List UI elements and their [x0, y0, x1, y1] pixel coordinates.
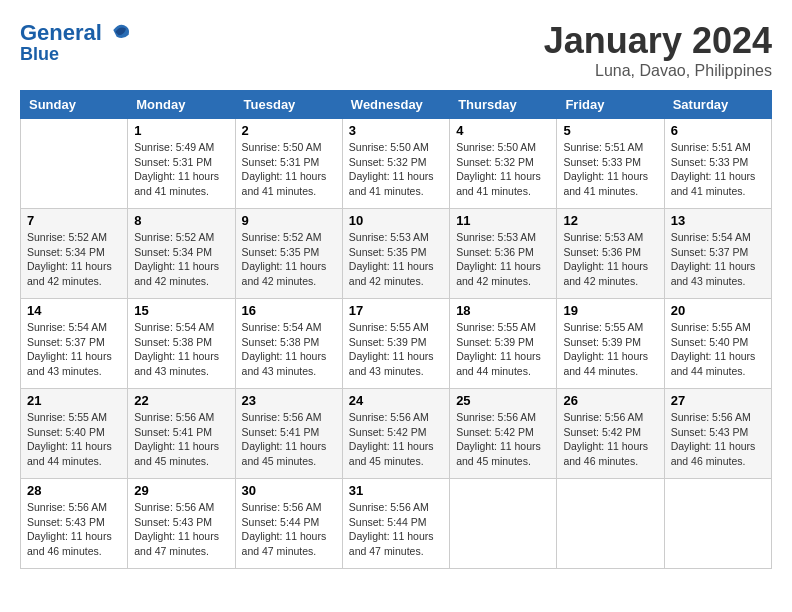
table-row: 25Sunrise: 5:56 AM Sunset: 5:42 PM Dayli… — [450, 389, 557, 479]
day-number: 5 — [563, 123, 657, 138]
day-info: Sunrise: 5:53 AM Sunset: 5:36 PM Dayligh… — [456, 230, 550, 289]
day-info: Sunrise: 5:54 AM Sunset: 5:37 PM Dayligh… — [671, 230, 765, 289]
day-info: Sunrise: 5:50 AM Sunset: 5:31 PM Dayligh… — [242, 140, 336, 199]
day-info: Sunrise: 5:51 AM Sunset: 5:33 PM Dayligh… — [671, 140, 765, 199]
table-row: 28Sunrise: 5:56 AM Sunset: 5:43 PM Dayli… — [21, 479, 128, 569]
table-row — [21, 119, 128, 209]
table-row: 23Sunrise: 5:56 AM Sunset: 5:41 PM Dayli… — [235, 389, 342, 479]
col-wednesday: Wednesday — [342, 91, 449, 119]
title-block: January 2024 Luna, Davao, Philippines — [544, 20, 772, 80]
day-number: 27 — [671, 393, 765, 408]
table-row: 8Sunrise: 5:52 AM Sunset: 5:34 PM Daylig… — [128, 209, 235, 299]
page-header: General Blue January 2024 Luna, Davao, P… — [20, 20, 772, 80]
table-row: 1Sunrise: 5:49 AM Sunset: 5:31 PM Daylig… — [128, 119, 235, 209]
day-info: Sunrise: 5:54 AM Sunset: 5:38 PM Dayligh… — [242, 320, 336, 379]
day-number: 21 — [27, 393, 121, 408]
logo-icon — [110, 20, 130, 40]
day-number: 13 — [671, 213, 765, 228]
day-number: 7 — [27, 213, 121, 228]
day-info: Sunrise: 5:53 AM Sunset: 5:35 PM Dayligh… — [349, 230, 443, 289]
day-number: 6 — [671, 123, 765, 138]
day-info: Sunrise: 5:56 AM Sunset: 5:44 PM Dayligh… — [242, 500, 336, 559]
table-row: 21Sunrise: 5:55 AM Sunset: 5:40 PM Dayli… — [21, 389, 128, 479]
day-number: 15 — [134, 303, 228, 318]
table-row: 30Sunrise: 5:56 AM Sunset: 5:44 PM Dayli… — [235, 479, 342, 569]
day-info: Sunrise: 5:56 AM Sunset: 5:43 PM Dayligh… — [671, 410, 765, 469]
table-row: 14Sunrise: 5:54 AM Sunset: 5:37 PM Dayli… — [21, 299, 128, 389]
table-row: 3Sunrise: 5:50 AM Sunset: 5:32 PM Daylig… — [342, 119, 449, 209]
day-number: 19 — [563, 303, 657, 318]
day-number: 22 — [134, 393, 228, 408]
calendar-week-row: 21Sunrise: 5:55 AM Sunset: 5:40 PM Dayli… — [21, 389, 772, 479]
day-info: Sunrise: 5:55 AM Sunset: 5:40 PM Dayligh… — [27, 410, 121, 469]
table-row: 29Sunrise: 5:56 AM Sunset: 5:43 PM Dayli… — [128, 479, 235, 569]
day-info: Sunrise: 5:56 AM Sunset: 5:42 PM Dayligh… — [349, 410, 443, 469]
day-info: Sunrise: 5:50 AM Sunset: 5:32 PM Dayligh… — [456, 140, 550, 199]
day-info: Sunrise: 5:56 AM Sunset: 5:41 PM Dayligh… — [242, 410, 336, 469]
table-row: 7Sunrise: 5:52 AM Sunset: 5:34 PM Daylig… — [21, 209, 128, 299]
table-row: 19Sunrise: 5:55 AM Sunset: 5:39 PM Dayli… — [557, 299, 664, 389]
day-info: Sunrise: 5:56 AM Sunset: 5:44 PM Dayligh… — [349, 500, 443, 559]
table-row: 11Sunrise: 5:53 AM Sunset: 5:36 PM Dayli… — [450, 209, 557, 299]
calendar-table: Sunday Monday Tuesday Wednesday Thursday… — [20, 90, 772, 569]
day-info: Sunrise: 5:55 AM Sunset: 5:39 PM Dayligh… — [456, 320, 550, 379]
day-info: Sunrise: 5:52 AM Sunset: 5:35 PM Dayligh… — [242, 230, 336, 289]
table-row: 13Sunrise: 5:54 AM Sunset: 5:37 PM Dayli… — [664, 209, 771, 299]
day-number: 9 — [242, 213, 336, 228]
day-info: Sunrise: 5:56 AM Sunset: 5:42 PM Dayligh… — [563, 410, 657, 469]
day-number: 11 — [456, 213, 550, 228]
table-row: 18Sunrise: 5:55 AM Sunset: 5:39 PM Dayli… — [450, 299, 557, 389]
day-number: 31 — [349, 483, 443, 498]
table-row: 27Sunrise: 5:56 AM Sunset: 5:43 PM Dayli… — [664, 389, 771, 479]
table-row: 20Sunrise: 5:55 AM Sunset: 5:40 PM Dayli… — [664, 299, 771, 389]
table-row: 31Sunrise: 5:56 AM Sunset: 5:44 PM Dayli… — [342, 479, 449, 569]
day-number: 29 — [134, 483, 228, 498]
day-info: Sunrise: 5:55 AM Sunset: 5:39 PM Dayligh… — [563, 320, 657, 379]
calendar-week-row: 1Sunrise: 5:49 AM Sunset: 5:31 PM Daylig… — [21, 119, 772, 209]
calendar-week-row: 28Sunrise: 5:56 AM Sunset: 5:43 PM Dayli… — [21, 479, 772, 569]
col-sunday: Sunday — [21, 91, 128, 119]
day-number: 16 — [242, 303, 336, 318]
calendar-week-row: 7Sunrise: 5:52 AM Sunset: 5:34 PM Daylig… — [21, 209, 772, 299]
table-row: 22Sunrise: 5:56 AM Sunset: 5:41 PM Dayli… — [128, 389, 235, 479]
day-number: 14 — [27, 303, 121, 318]
logo: General Blue — [20, 20, 130, 65]
day-number: 2 — [242, 123, 336, 138]
day-number: 23 — [242, 393, 336, 408]
table-row: 6Sunrise: 5:51 AM Sunset: 5:33 PM Daylig… — [664, 119, 771, 209]
logo-text: General — [20, 20, 130, 45]
table-row: 16Sunrise: 5:54 AM Sunset: 5:38 PM Dayli… — [235, 299, 342, 389]
day-info: Sunrise: 5:56 AM Sunset: 5:43 PM Dayligh… — [27, 500, 121, 559]
day-number: 1 — [134, 123, 228, 138]
logo-subtext: Blue — [20, 45, 130, 65]
day-number: 18 — [456, 303, 550, 318]
table-row — [664, 479, 771, 569]
table-row: 2Sunrise: 5:50 AM Sunset: 5:31 PM Daylig… — [235, 119, 342, 209]
day-number: 10 — [349, 213, 443, 228]
col-thursday: Thursday — [450, 91, 557, 119]
day-info: Sunrise: 5:54 AM Sunset: 5:37 PM Dayligh… — [27, 320, 121, 379]
day-info: Sunrise: 5:56 AM Sunset: 5:41 PM Dayligh… — [134, 410, 228, 469]
day-number: 25 — [456, 393, 550, 408]
table-row — [450, 479, 557, 569]
table-row: 9Sunrise: 5:52 AM Sunset: 5:35 PM Daylig… — [235, 209, 342, 299]
table-row: 5Sunrise: 5:51 AM Sunset: 5:33 PM Daylig… — [557, 119, 664, 209]
day-info: Sunrise: 5:52 AM Sunset: 5:34 PM Dayligh… — [134, 230, 228, 289]
day-info: Sunrise: 5:56 AM Sunset: 5:42 PM Dayligh… — [456, 410, 550, 469]
day-info: Sunrise: 5:49 AM Sunset: 5:31 PM Dayligh… — [134, 140, 228, 199]
day-info: Sunrise: 5:51 AM Sunset: 5:33 PM Dayligh… — [563, 140, 657, 199]
day-number: 12 — [563, 213, 657, 228]
table-row: 26Sunrise: 5:56 AM Sunset: 5:42 PM Dayli… — [557, 389, 664, 479]
day-number: 28 — [27, 483, 121, 498]
table-row: 12Sunrise: 5:53 AM Sunset: 5:36 PM Dayli… — [557, 209, 664, 299]
day-number: 24 — [349, 393, 443, 408]
day-number: 3 — [349, 123, 443, 138]
col-saturday: Saturday — [664, 91, 771, 119]
day-number: 4 — [456, 123, 550, 138]
day-number: 26 — [563, 393, 657, 408]
day-number: 20 — [671, 303, 765, 318]
day-info: Sunrise: 5:56 AM Sunset: 5:43 PM Dayligh… — [134, 500, 228, 559]
day-number: 30 — [242, 483, 336, 498]
day-info: Sunrise: 5:52 AM Sunset: 5:34 PM Dayligh… — [27, 230, 121, 289]
day-info: Sunrise: 5:55 AM Sunset: 5:39 PM Dayligh… — [349, 320, 443, 379]
